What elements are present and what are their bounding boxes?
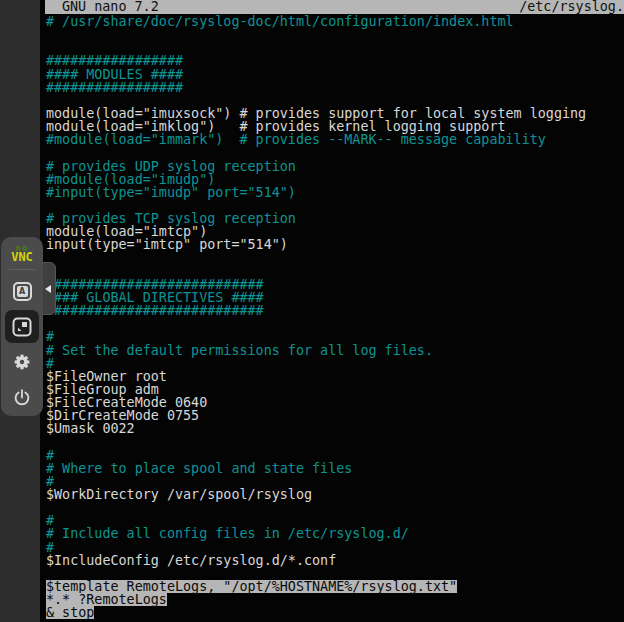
editor-line: $WorkDirectory /var/spool/rsyslog bbox=[46, 488, 624, 501]
keyboard-icon: A bbox=[13, 282, 32, 301]
editor-line: #### MODULES #### bbox=[46, 68, 624, 81]
editor-line: # provides UDP syslog reception bbox=[46, 160, 624, 173]
editor-line: #module(load="imudp") bbox=[46, 173, 624, 186]
disconnect-button[interactable] bbox=[5, 381, 39, 414]
editor-line: $FileOwner root bbox=[46, 370, 624, 383]
nano-file-path: /etc/rsyslog. bbox=[519, 0, 624, 14]
nano-version-label: GNU nano 7.2 bbox=[45, 0, 159, 14]
editor-line: # Set the default permissions for all lo… bbox=[46, 344, 624, 357]
editor-line: ########################### bbox=[46, 304, 624, 317]
power-icon bbox=[11, 386, 33, 408]
fullscreen-button[interactable] bbox=[5, 310, 39, 343]
editor-line: ################# bbox=[46, 81, 624, 94]
editor-line bbox=[46, 146, 624, 159]
editor-line: *.* ?RemoteLogs bbox=[46, 593, 624, 606]
editor-line: #module(load="immark") # provides --MARK… bbox=[46, 133, 624, 146]
keyboard-button[interactable]: A bbox=[5, 275, 39, 308]
panel-divider bbox=[9, 269, 35, 270]
editor-line: #input(type="imudp" port="514") bbox=[46, 186, 624, 199]
editor-line bbox=[46, 501, 624, 514]
editor-line: # bbox=[46, 541, 624, 554]
editor-line bbox=[46, 94, 624, 107]
editor-line: # Where to place spool and state files bbox=[46, 462, 624, 475]
settings-button[interactable] bbox=[5, 345, 39, 378]
editor-line: & stop bbox=[46, 606, 624, 619]
collapse-arrow-icon bbox=[45, 285, 51, 293]
editor-line: $Umask 0022 bbox=[46, 422, 624, 435]
editor-line: $IncludeConfig /etc/rsyslog.d/*.conf bbox=[46, 554, 624, 567]
novnc-control-panel: no VNC A bbox=[1, 237, 43, 416]
nano-titlebar: GNU nano 7.2 /etc/rsyslog. bbox=[45, 0, 624, 14]
editor-line: ########################### bbox=[46, 278, 624, 291]
editor-screen[interactable]: # /usr/share/doc/rsyslog-doc/html/config… bbox=[40, 14, 624, 619]
editor-line: # bbox=[46, 449, 624, 462]
editor-line: # bbox=[46, 357, 624, 370]
editor-line bbox=[46, 436, 624, 449]
novnc-logo: no VNC bbox=[11, 244, 33, 262]
editor-line: # bbox=[46, 330, 624, 343]
fullscreen-icon bbox=[11, 316, 33, 338]
editor-line bbox=[46, 317, 624, 330]
editor-line: ################# bbox=[46, 54, 624, 67]
editor-line bbox=[46, 28, 624, 41]
editor-line bbox=[46, 265, 624, 278]
editor-line bbox=[46, 252, 624, 265]
novnc-session: no VNC A bbox=[0, 0, 624, 622]
editor-line: # Include all config files in /etc/rsysl… bbox=[46, 527, 624, 540]
gear-icon bbox=[11, 351, 33, 373]
editor-line: # /usr/share/doc/rsyslog-doc/html/config… bbox=[46, 15, 624, 28]
editor-line: input(type="imtcp" port="514") bbox=[46, 238, 624, 251]
novnc-logo-vnc: VNC bbox=[11, 253, 33, 262]
terminal-window[interactable]: GNU nano 7.2 /etc/rsyslog. # /usr/share/… bbox=[40, 0, 624, 622]
